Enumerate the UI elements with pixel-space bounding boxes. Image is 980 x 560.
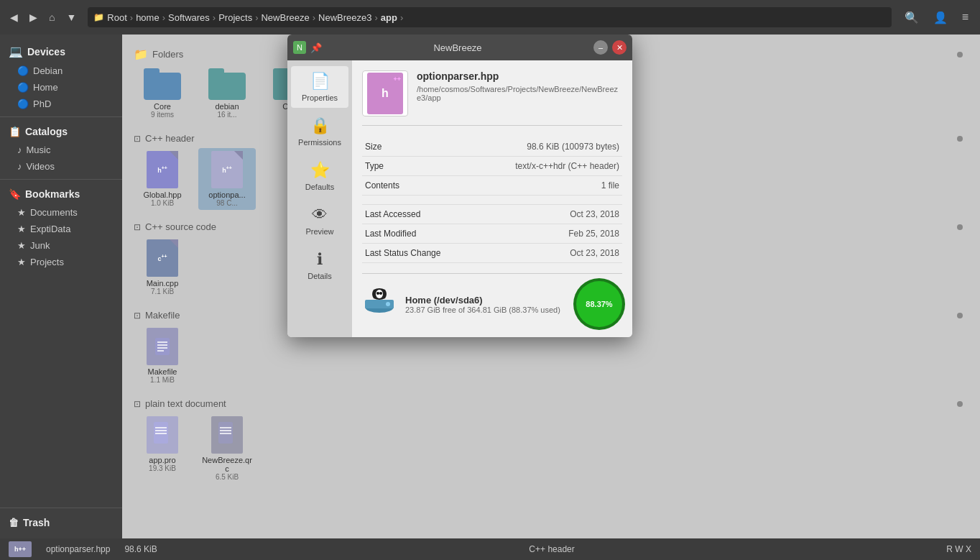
h-file-icon: h (367, 73, 403, 114)
plain-text-grid: app.pro 19.3 KiB NewBreeze.qrc 6.5 KiB (134, 413, 969, 484)
junk-label: Junk (30, 240, 50, 251)
sidebar-item-videos[interactable]: ♪ Videos (0, 158, 122, 175)
sidebar-item-debian[interactable]: 🔵 Debian (0, 63, 122, 79)
prop-value-modified: Feb 25, 2018 (473, 224, 622, 244)
folder-body (144, 73, 181, 100)
tab-details[interactable]: ℹ Details (291, 244, 348, 286)
makefile-icon (147, 328, 178, 365)
videos-label: Videos (27, 161, 55, 172)
file-newbreeze-qrc[interactable]: NewBreeze.qrc 6.5 KiB (198, 413, 256, 484)
folder-name: Core (154, 102, 171, 111)
file-thumbnail: h (362, 70, 408, 116)
file-size: 6.5 KiB (216, 473, 239, 481)
junk-icon: ★ (17, 240, 26, 251)
dialog-titlebar: N 📌 NewBreeze – ✕ (287, 35, 632, 60)
tab-preview[interactable]: 👁 Preview (291, 200, 348, 242)
file-optionparser-hpp[interactable]: h++ optionpa... 98 C... (198, 148, 256, 210)
catalogs-label: Catalogs (25, 126, 68, 137)
disk-percent-label: 88.37% (586, 300, 612, 308)
file-global-hpp[interactable]: h++ Global.hpp 1.0 KiB (134, 148, 191, 210)
back-button[interactable]: ◀ (6, 9, 22, 26)
bookmarks-icon: 🔖 (9, 188, 21, 200)
breadcrumb-projects[interactable]: Projects (218, 12, 252, 23)
dialog-close-button[interactable]: ✕ (612, 40, 627, 55)
details-tab-label: Details (308, 272, 332, 280)
sidebar-item-documents[interactable]: ★ Documents (0, 204, 122, 221)
file-makefile[interactable]: Makefile 1.1 MiB (134, 325, 191, 387)
exptidata-icon: ★ (17, 224, 26, 234)
folder-size: 9 items (151, 111, 174, 119)
status-filesize: 98.6 KiB (124, 544, 157, 554)
breadcrumb-newbreeze[interactable]: NewBreeze (261, 12, 309, 23)
main-layout: 💻 Devices 🔵 Debian 🔵 Home 🔵 PhD 📋 Catalo… (0, 35, 980, 538)
sidebar-item-music[interactable]: ♪ Music (0, 142, 122, 158)
file-app-pro[interactable]: app.pro 19.3 KiB (134, 413, 191, 484)
projects-label: Projects (30, 257, 64, 267)
makefile-section-dot (957, 313, 963, 318)
sidebar-item-home[interactable]: 🔵 Home (0, 79, 122, 96)
prop-value-type: text/x-c++hdr (C++ header) (473, 157, 622, 176)
svg-rect-0 (155, 338, 170, 355)
prop-value-contents: 1 file (473, 176, 622, 196)
status-permissions: R W X (946, 544, 971, 554)
disk-icon (362, 287, 397, 321)
projects-icon: ★ (17, 257, 26, 267)
debian-icon: 🔵 (17, 65, 29, 76)
status-filename: optionparser.hpp (46, 544, 110, 554)
sidebar-divider-1 (0, 116, 122, 117)
sidebar-item-phd[interactable]: 🔵 PhD (0, 96, 122, 112)
permissions-tab-label: Permissions (298, 138, 341, 147)
tab-properties[interactable]: 📄 Properties (291, 66, 348, 108)
details-tab-icon: ℹ (317, 250, 323, 269)
status-file-icon: h++ (9, 541, 32, 557)
menu-button[interactable]: ≡ (956, 8, 974, 27)
breadcrumb: 📁 Root › home › Softwares › Projects › N… (88, 7, 891, 27)
sidebar-divider-3 (0, 508, 122, 508)
phd-label: PhD (33, 98, 51, 109)
search-button[interactable]: 🔍 (899, 8, 925, 27)
cpp-header-section-icon: ⊡ (134, 134, 141, 144)
folder-debian[interactable]: debian 16 it... (198, 65, 256, 121)
folder-core[interactable]: Core 9 items (134, 65, 191, 121)
prop-row-spacer (362, 196, 622, 205)
user-button[interactable]: 👤 (928, 8, 953, 27)
file-main-cpp[interactable]: c++ Main.cpp 7.1 KiB (134, 237, 191, 298)
cpp-source-icon: c++ (147, 239, 178, 277)
folders-section-icon: 📁 (134, 47, 148, 61)
disk-space: 23.87 GiB free of 364.81 GiB (88.37% use… (405, 306, 568, 314)
file-name: optionpa... (208, 191, 245, 199)
prop-label-accessed: Last Accessed (362, 205, 473, 224)
catalogs-icon: 📋 (9, 126, 21, 137)
sidebar-divider-2 (0, 179, 122, 180)
prop-label-modified: Last Modified (362, 224, 473, 244)
sidebar-item-projects[interactable]: ★ Projects (0, 254, 122, 270)
tab-permissions[interactable]: 🔒 Permissions (291, 111, 348, 152)
cpp-source-section-label: C++ source code (145, 221, 216, 232)
bookmark-arrow-button[interactable]: ▼ (62, 9, 80, 26)
file-name: Makefile (148, 367, 177, 376)
svg-point-15 (386, 302, 390, 306)
app-pro-icon (147, 416, 178, 454)
tab-defaults[interactable]: ⭐ Defaults (291, 155, 348, 197)
home-button[interactable]: ⌂ (45, 9, 59, 26)
home-drive-label: Home (33, 82, 58, 93)
sidebar: 💻 Devices 🔵 Debian 🔵 Home 🔵 PhD 📋 Catalo… (0, 35, 122, 538)
preview-tab-icon: 👁 (312, 206, 328, 224)
makefile-section-icon: ⊡ (134, 311, 141, 321)
file-size: 1.1 MiB (150, 376, 175, 384)
breadcrumb-newbreeze3[interactable]: NewBreeze3 (318, 12, 371, 23)
breadcrumb-app[interactable]: app (381, 12, 397, 23)
cpp-header-section-dot (957, 136, 963, 142)
sidebar-item-junk[interactable]: ★ Junk (0, 237, 122, 254)
breadcrumb-home[interactable]: home (136, 12, 160, 23)
prop-row-contents: Contents 1 file (362, 176, 622, 196)
sidebar-section-trash[interactable]: 🗑 Trash (0, 513, 122, 533)
forward-button[interactable]: ▶ (25, 9, 42, 26)
breadcrumb-root[interactable]: Root (107, 12, 126, 23)
sidebar-item-exptidata[interactable]: ★ ExptiData (0, 221, 122, 237)
prop-row-type: Type text/x-c++hdr (C++ header) (362, 157, 622, 176)
breadcrumb-softwares[interactable]: Softwares (168, 12, 210, 23)
dialog-minimize-button[interactable]: – (593, 40, 608, 55)
file-name: Global.hpp (143, 191, 181, 199)
prop-label-type: Type (362, 157, 473, 176)
